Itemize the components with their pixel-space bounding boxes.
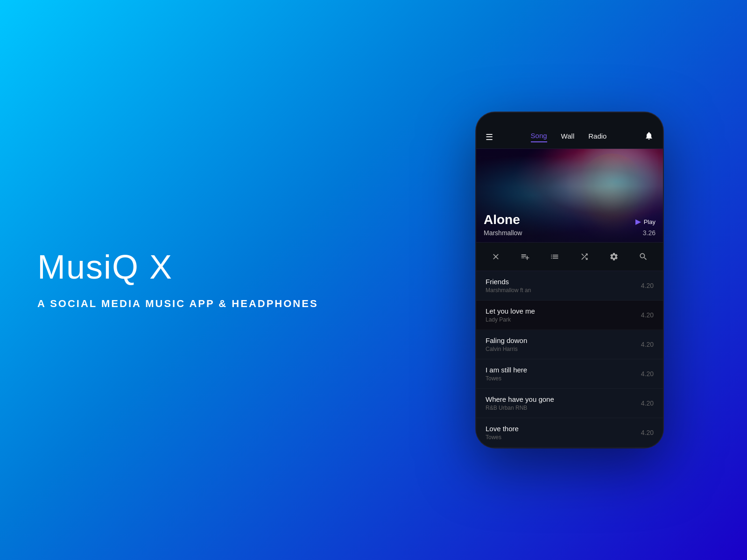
toolbar <box>476 242 663 271</box>
song-artist: Lady Park <box>486 316 641 323</box>
hero-content: Alone Marshmallow Play 3.26 <box>484 213 655 237</box>
song-item[interactable]: Love thore Towes 4.20 <box>476 418 663 448</box>
close-icon[interactable] <box>487 248 504 265</box>
search-icon[interactable] <box>635 248 652 265</box>
hero-artist-name: Marshmallow <box>484 229 522 237</box>
song-duration: 4.20 <box>641 429 654 436</box>
app-logo: MusiQ X <box>37 250 318 284</box>
app-tagline: A Social media music app & headphones <box>37 298 318 310</box>
song-info: Love thore Towes <box>486 425 641 441</box>
nav-bar: ☰ Song Wall Radio <box>476 126 663 149</box>
song-duration: 4.20 <box>641 311 654 319</box>
status-bar <box>476 112 663 126</box>
song-item[interactable]: Faling dowon Calvin Harris 4.20 <box>476 330 663 359</box>
song-item[interactable]: Let you love me Lady Park 4.20 <box>476 301 663 330</box>
song-title: Friends <box>486 278 641 286</box>
song-item[interactable]: Where have you gone R&B Urban RNB 4.20 <box>476 389 663 418</box>
song-item[interactable]: I am still here Towes 4.20 <box>476 359 663 389</box>
song-artist: Towes <box>486 375 641 382</box>
song-info: I am still here Towes <box>486 366 641 382</box>
branding-section: MusiQ X A Social media music app & headp… <box>37 250 318 310</box>
bell-icon[interactable] <box>644 131 654 143</box>
hero-controls: Play 3.26 <box>635 218 655 237</box>
song-title: Where have you gone <box>486 395 641 403</box>
nav-tabs: Song Wall Radio <box>531 132 607 142</box>
song-artist: Marshmallow ft an <box>486 287 641 294</box>
hero-section: Alone Marshmallow Play 3.26 <box>476 149 663 242</box>
song-title: I am still here <box>486 366 641 374</box>
hero-duration: 3.26 <box>643 229 655 237</box>
song-duration: 4.20 <box>641 399 654 407</box>
hero-song-title: Alone <box>484 213 522 227</box>
song-artist: Calvin Harris <box>486 346 641 352</box>
hero-song-info: Alone Marshmallow <box>484 213 522 237</box>
song-duration: 4.20 <box>641 282 654 289</box>
tab-wall[interactable]: Wall <box>561 132 575 142</box>
menu-icon[interactable]: ☰ <box>486 132 493 142</box>
song-title: Love thore <box>486 425 641 433</box>
song-title: Faling dowon <box>486 336 641 344</box>
play-icon <box>635 219 641 225</box>
song-item[interactable]: Friends Marshmallow ft an 4.20 <box>476 271 663 301</box>
song-info: Where have you gone R&B Urban RNB <box>486 395 641 411</box>
song-duration: 4.20 <box>641 370 654 378</box>
song-list: Friends Marshmallow ft an 4.20 Let you l… <box>476 271 663 448</box>
song-info: Friends Marshmallow ft an <box>486 278 641 294</box>
tab-radio[interactable]: Radio <box>588 132 606 142</box>
playlist-add-icon[interactable] <box>517 248 534 265</box>
song-duration: 4.20 <box>641 341 654 348</box>
play-label: Play <box>644 218 655 225</box>
phone-wrapper: ☰ Song Wall Radio Alone Marshmallow <box>476 112 663 448</box>
phone-mockup: ☰ Song Wall Radio Alone Marshmallow <box>476 112 663 448</box>
song-artist: R&B Urban RNB <box>486 405 641 411</box>
play-button[interactable]: Play <box>635 218 655 225</box>
tab-song[interactable]: Song <box>531 132 547 142</box>
list-icon[interactable] <box>546 248 563 265</box>
settings-icon[interactable] <box>606 248 622 265</box>
song-artist: Towes <box>486 434 641 441</box>
song-title: Let you love me <box>486 307 641 315</box>
song-info: Faling dowon Calvin Harris <box>486 336 641 352</box>
shuffle-icon[interactable] <box>576 248 593 265</box>
song-info: Let you love me Lady Park <box>486 307 641 323</box>
